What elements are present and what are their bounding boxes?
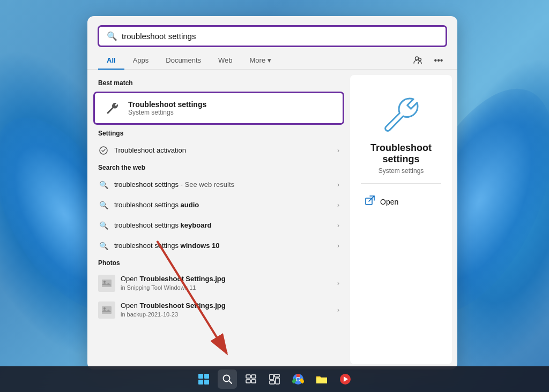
svg-rect-19 — [251, 380, 256, 383]
list-item-troubleshoot-activation[interactable]: Troubleshoot activation › — [87, 140, 350, 161]
chrome-button[interactable] — [288, 370, 308, 389]
tab-documents[interactable]: Documents — [157, 52, 210, 70]
tabs-left: All Apps Documents Web More ▾ — [98, 52, 280, 69]
external-link-icon — [365, 195, 375, 208]
search-bar-container: 🔍 — [87, 16, 457, 47]
tab-more[interactable]: More ▾ — [241, 52, 280, 70]
svg-rect-22 — [270, 381, 274, 384]
chevron-right-icon-web-1: › — [337, 181, 339, 189]
tabs-right: ••• — [410, 52, 447, 69]
chevron-right-icon-web-4: › — [337, 242, 339, 250]
open-label: Open — [380, 198, 398, 206]
search-icon-web-2: 🔍 — [98, 200, 109, 210]
right-panel: Troubleshoot settings System settings Op… — [350, 75, 452, 364]
best-match-text: Troubleshoot settings System settings — [128, 100, 206, 116]
svg-line-15 — [229, 381, 232, 383]
right-panel-divider — [361, 183, 441, 184]
search-icon-web-4: 🔍 — [98, 240, 109, 251]
svg-rect-28 — [316, 378, 327, 383]
best-match-item[interactable]: Troubleshoot settings System settings — [94, 92, 344, 124]
svg-rect-12 — [198, 380, 203, 385]
search-bar[interactable]: 🔍 — [98, 26, 447, 47]
photo-thumb-1 — [98, 275, 115, 292]
tab-web[interactable]: Web — [210, 52, 241, 70]
list-item-photo-2[interactable]: Open Troubleshoot Settings.jpg in backup… — [87, 297, 350, 323]
right-panel-icon — [380, 91, 422, 134]
task-view-button[interactable] — [241, 370, 261, 389]
chevron-right-icon-web-2: › — [337, 201, 339, 209]
tab-apps[interactable]: Apps — [124, 52, 158, 70]
search-panel: 🔍 All Apps Documents Web More ▾ ••• — [87, 16, 457, 370]
troubleshoot-activation-text: Troubleshoot activation — [114, 146, 332, 155]
svg-rect-20 — [270, 374, 273, 380]
right-panel-title: Troubleshoot settings — [361, 142, 441, 165]
svg-point-27 — [296, 378, 300, 381]
svg-rect-5 — [102, 306, 112, 314]
wrench-icon — [102, 99, 122, 118]
search-icon-web-3: 🔍 — [98, 220, 109, 231]
list-item-web-2[interactable]: 🔍 troubleshoot settings audio › — [87, 195, 350, 215]
photo-item-2-text: Open Troubleshoot Settings.jpg in backup… — [121, 301, 332, 318]
right-panel-subtitle: System settings — [379, 167, 424, 175]
open-action[interactable]: Open — [361, 192, 441, 211]
taskbar — [0, 366, 549, 392]
photos-section-label: Photos — [87, 256, 350, 270]
app-red-button[interactable] — [336, 370, 355, 389]
list-item-web-1[interactable]: 🔍 troubleshoot settings - See web result… — [87, 175, 350, 195]
web-item-2-text: troubleshoot settings audio — [114, 201, 332, 210]
svg-rect-18 — [246, 380, 250, 383]
svg-point-4 — [103, 281, 106, 283]
chevron-right-photo-2: › — [337, 306, 339, 314]
svg-rect-21 — [274, 374, 279, 377]
list-item-web-4[interactable]: 🔍 troubleshoot settings windows 10 › — [87, 236, 350, 256]
svg-rect-11 — [204, 374, 209, 379]
svg-rect-10 — [198, 374, 203, 379]
left-panel: Best match Troubleshoot settings System … — [87, 70, 350, 370]
widgets-button[interactable] — [265, 370, 284, 389]
search-input[interactable] — [122, 32, 438, 41]
best-match-subtitle: System settings — [128, 109, 206, 116]
list-item-web-3[interactable]: 🔍 troubleshoot settings keyboard › — [87, 215, 350, 236]
taskbar-search-button[interactable] — [218, 370, 237, 389]
svg-point-1 — [419, 58, 421, 61]
search-icon-web-1: 🔍 — [98, 179, 109, 190]
web-item-3-text: troubleshoot settings keyboard — [114, 221, 332, 230]
circle-check-icon — [98, 145, 109, 156]
search-icon: 🔍 — [107, 31, 117, 41]
best-match-label: Best match — [87, 76, 350, 90]
svg-rect-17 — [251, 375, 256, 378]
svg-rect-3 — [102, 280, 112, 287]
list-item-photo-1[interactable]: Open Troubleshoot Settings.jpg in Snippi… — [87, 270, 350, 297]
web-item-4-text: troubleshoot settings windows 10 — [114, 242, 332, 251]
best-match-title: Troubleshoot settings — [128, 100, 206, 109]
web-section-label: Search the web — [87, 161, 350, 175]
tab-all[interactable]: All — [98, 52, 124, 70]
start-button[interactable] — [194, 370, 213, 389]
photo-thumb-2 — [98, 301, 115, 319]
tabs-row: All Apps Documents Web More ▾ ••• — [87, 47, 457, 70]
chevron-right-icon: › — [337, 147, 339, 154]
svg-rect-16 — [246, 375, 250, 378]
main-content: Best match Troubleshoot settings System … — [87, 70, 457, 370]
svg-rect-23 — [276, 378, 279, 384]
svg-point-0 — [416, 57, 419, 60]
svg-rect-13 — [204, 380, 209, 385]
file-explorer-button[interactable] — [312, 370, 331, 389]
more-options-btn[interactable]: ••• — [431, 52, 447, 69]
chevron-right-icon-web-3: › — [337, 222, 339, 229]
ellipsis-icon: ••• — [434, 56, 443, 65]
web-item-1-text: troubleshoot settings - See web results — [114, 180, 332, 190]
chevron-right-photo-1: › — [337, 280, 339, 287]
photo-item-1-text: Open Troubleshoot Settings.jpg in Snippi… — [121, 275, 332, 291]
svg-point-6 — [103, 307, 106, 310]
settings-section-label: Settings — [87, 126, 350, 140]
people-icon-btn[interactable] — [410, 52, 426, 69]
